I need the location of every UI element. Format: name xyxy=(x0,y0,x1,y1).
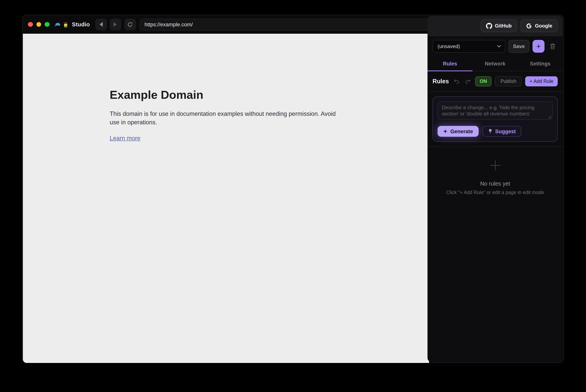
generate-button[interactable]: Generate xyxy=(438,126,478,137)
traffic-light-close[interactable] xyxy=(28,22,33,27)
empty-title: No rules yet xyxy=(427,180,563,187)
github-icon xyxy=(486,23,492,29)
artist-emoji-icon xyxy=(62,21,69,28)
sidebar-tabs: Rules Network Settings xyxy=(427,57,563,71)
undo-icon xyxy=(453,78,459,84)
sidebar-auth-header: GitHub Google xyxy=(427,16,563,36)
google-button-label: Google xyxy=(535,23,552,29)
google-button[interactable]: Google xyxy=(520,19,558,32)
tab-settings[interactable]: Settings xyxy=(517,57,563,71)
trash-icon xyxy=(549,43,556,50)
rules-title: Rules xyxy=(432,78,449,85)
page-heading: Example Domain xyxy=(110,88,342,102)
undo-button[interactable] xyxy=(452,78,460,85)
traffic-light-zoom[interactable] xyxy=(45,22,50,27)
sparkle-icon xyxy=(443,129,448,134)
empty-plus-icon xyxy=(489,160,501,171)
app-identity: Studio xyxy=(54,21,90,28)
profile-row: (unsaved) Save + xyxy=(427,36,563,56)
tab-rules[interactable]: Rules xyxy=(427,57,473,71)
page-paragraph: This domain is for use in documentation … xyxy=(110,110,342,127)
studio-sidebar: GitHub Google (unsaved) xyxy=(427,16,563,362)
forward-button[interactable] xyxy=(110,18,121,30)
delete-profile-button[interactable] xyxy=(548,43,558,50)
redo-button[interactable] xyxy=(464,78,471,85)
app-window: Studio xyxy=(22,15,564,363)
github-button-label: GitHub xyxy=(495,23,512,29)
rules-empty-state: No rules yet Click "+ Add Rule" or edit … xyxy=(427,147,563,195)
add-rule-button[interactable]: + Add Rule xyxy=(525,76,558,86)
ai-prompt-textarea[interactable] xyxy=(438,102,553,120)
back-button[interactable] xyxy=(95,18,107,30)
lightbulb-icon xyxy=(488,128,492,134)
example-page: Example Domain This domain is for use in… xyxy=(110,88,342,142)
profile-select-value: (unsaved) xyxy=(438,44,460,49)
traffic-lights xyxy=(27,22,50,27)
rules-on-toggle[interactable]: ON xyxy=(475,76,492,86)
traffic-light-minimize[interactable] xyxy=(36,22,41,27)
reload-icon xyxy=(127,22,133,27)
cap-emoji-icon xyxy=(54,21,61,28)
learn-more-link[interactable]: Learn more xyxy=(110,135,141,142)
empty-caption: Click "+ Add Rule" or edit a page in edi… xyxy=(427,190,563,195)
forward-icon xyxy=(113,22,118,27)
redo-icon xyxy=(464,78,471,84)
suggest-button-label: Suggest xyxy=(495,128,516,134)
browser-viewport: Example Domain This domain is for use in… xyxy=(23,34,429,363)
ai-assist-box: Generate Suggest xyxy=(432,96,558,142)
url-text: https://example.com/ xyxy=(145,22,193,27)
profile-select[interactable]: (unsaved) xyxy=(432,40,505,53)
app-title: Studio xyxy=(72,21,90,28)
google-icon xyxy=(526,23,532,29)
divider xyxy=(427,92,563,92)
resize-handle-icon[interactable] xyxy=(548,116,551,119)
back-icon xyxy=(99,22,103,27)
add-profile-button[interactable]: + xyxy=(532,40,544,53)
reload-button[interactable] xyxy=(124,18,136,30)
tab-network[interactable]: Network xyxy=(473,57,518,71)
publish-button[interactable]: Publish xyxy=(495,76,522,86)
github-button[interactable]: GitHub xyxy=(481,19,517,32)
generate-button-label: Generate xyxy=(450,128,473,134)
chevron-down-icon xyxy=(497,45,501,48)
rules-header: Rules xyxy=(427,71,563,92)
save-button[interactable]: Save xyxy=(508,40,529,53)
suggest-button[interactable]: Suggest xyxy=(482,126,521,137)
